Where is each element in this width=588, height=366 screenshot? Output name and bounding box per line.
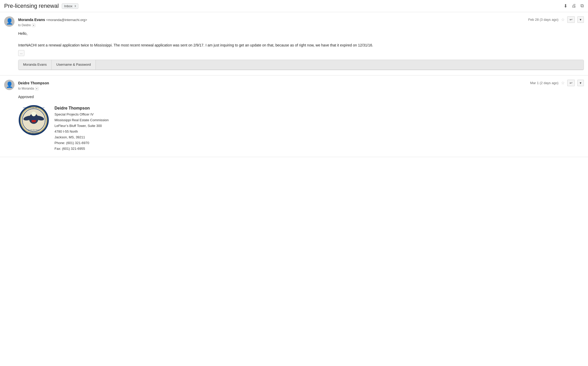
avatar-person-icon: 👤: [6, 18, 13, 25]
avatar-2: 👤: [4, 80, 15, 90]
sig-name: Deidre Thompson: [54, 105, 109, 112]
body-line-1-2: InterNACHI sent a renewal application tw…: [18, 42, 584, 48]
sender-name-1: Moranda Evans <moranda@internachi.org>: [18, 18, 87, 22]
avatar-person-icon-2: 👤: [6, 82, 13, 88]
sig-city: Jackson, MS, 39211: [54, 134, 109, 140]
svg-text:MISSISSIPPI: MISSISSIPPI: [28, 132, 39, 134]
email-message-1: 👤 Moranda Evans <moranda@internachi.org>…: [0, 12, 588, 76]
to-line-2: to Moranda ▾: [18, 87, 584, 90]
page-title: Pre-licensing renewal: [4, 3, 59, 9]
reply-button-2[interactable]: ↩: [567, 80, 575, 86]
download-icon[interactable]: ⬇: [564, 3, 568, 9]
forwarded-tabs: Moranda Evans Username & Password: [18, 60, 584, 70]
print-icon[interactable]: 🖨: [572, 3, 576, 9]
reply-icon-2: ↩: [570, 81, 572, 85]
tab-username-password[interactable]: Username & Password: [52, 60, 96, 70]
star-button-1[interactable]: ☆: [561, 17, 565, 22]
star-button-2[interactable]: ☆: [561, 80, 565, 85]
tab-moranda-evans[interactable]: Moranda Evans: [18, 60, 52, 70]
date-actions-1: Feb 28 (3 days ago) ☆ ↩ ▾: [528, 16, 584, 23]
ellipsis-button[interactable]: ...: [18, 50, 24, 56]
sig-fax: Fax: (601) 321-6955: [54, 146, 109, 152]
sender-name-2: Deidre Thompson: [18, 81, 49, 85]
sender-email-1: <moranda@internachi.org>: [46, 18, 87, 22]
svg-text:GREAT SEAL OF THE STATE OF: GREAT SEAL OF THE STATE OF: [23, 107, 45, 109]
dropdown-icon-2: ▾: [580, 81, 582, 85]
dropdown-icon-1: ▾: [580, 18, 582, 22]
inbox-badge[interactable]: Inbox x: [62, 3, 78, 9]
sender-block-2: Deidre Thompson: [18, 81, 49, 85]
to-dropdown-1[interactable]: ▾: [32, 24, 35, 27]
email-date-1: Feb 28 (3 days ago): [528, 18, 558, 22]
sender-block-1: Moranda Evans <moranda@internachi.org>: [18, 18, 87, 22]
sig-address1: LeFleur’s Bluff Tower, Suite 300: [54, 123, 109, 129]
email-meta-2: 👤 Deidre Thompson Mar 1 (2 days ago) ☆ ↩: [4, 80, 584, 90]
header-actions: ⬇ 🖨 ⧉: [564, 3, 584, 9]
tab-rest-area: [96, 60, 584, 70]
email-header: Pre-licensing renewal Inbox x ⬇ 🖨 ⧉: [0, 0, 588, 12]
reply-icon-1: ↩: [570, 18, 572, 22]
svg-text:IN GOD WE TRUST: IN GOD WE TRUST: [28, 129, 39, 131]
email-info-1: Moranda Evans <moranda@internachi.org> F…: [18, 16, 584, 27]
sender-line-1: Moranda Evans <moranda@internachi.org> F…: [18, 16, 584, 23]
email-thread: 👤 Moranda Evans <moranda@internachi.org>…: [0, 12, 588, 157]
more-button-2[interactable]: ▾: [577, 80, 584, 86]
inbox-badge-label: Inbox: [64, 4, 72, 8]
forwarded-card: Moranda Evans Username & Password: [18, 60, 584, 70]
body-line-1-0: Hello,: [18, 31, 584, 36]
date-actions-2: Mar 1 (2 days ago) ☆ ↩ ▾: [530, 80, 584, 86]
email-body-2: Approved: [4, 94, 584, 152]
inbox-badge-close[interactable]: x: [74, 4, 76, 8]
signature-card: MISSISSIPPI GREAT SEAL OF THE STATE OF I…: [18, 105, 584, 152]
to-line-1: to Deidre ▾: [18, 23, 584, 27]
email-date-2: Mar 1 (2 days ago): [530, 81, 558, 85]
reply-button-1[interactable]: ↩: [567, 16, 575, 23]
to-label-2: to Moranda: [18, 87, 34, 90]
seal-svg: MISSISSIPPI GREAT SEAL OF THE STATE OF I…: [18, 105, 49, 136]
sig-address2: 4780 I-55 North: [54, 129, 109, 134]
avatar-1: 👤: [4, 16, 15, 27]
sender-line-2: Deidre Thompson Mar 1 (2 days ago) ☆ ↩ ▾: [18, 80, 584, 86]
sig-title: Special Projects Officer IV: [54, 112, 109, 117]
email-message-2: 👤 Deidre Thompson Mar 1 (2 days ago) ☆ ↩: [0, 76, 588, 157]
body-approved: Approved: [18, 94, 584, 100]
external-link-icon[interactable]: ⧉: [580, 3, 584, 9]
email-body-1: Hello, InterNACHI sent a renewal applica…: [4, 31, 584, 70]
more-button-1[interactable]: ▾: [577, 16, 584, 23]
email-info-2: Deidre Thompson Mar 1 (2 days ago) ☆ ↩ ▾: [18, 80, 584, 90]
svg-rect-9: [32, 119, 36, 120]
email-meta-1: 👤 Moranda Evans <moranda@internachi.org>…: [4, 16, 584, 27]
svg-point-7: [31, 112, 36, 116]
signature-details: Deidre Thompson Special Projects Officer…: [54, 105, 109, 152]
sig-org: Mississippi Real Estate Commission: [54, 117, 109, 123]
mississippi-seal: MISSISSIPPI GREAT SEAL OF THE STATE OF I…: [18, 105, 49, 136]
sig-phone: Phone: (601) 321-6970: [54, 140, 109, 146]
to-label-1: to Deidre: [18, 23, 31, 27]
to-dropdown-2[interactable]: ▾: [35, 87, 38, 90]
